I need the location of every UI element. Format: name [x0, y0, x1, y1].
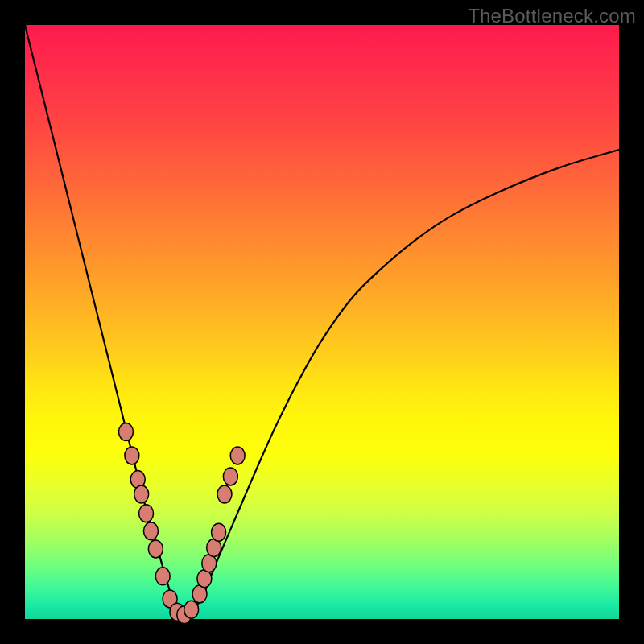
highlight-dot	[184, 601, 199, 618]
bottleneck-curve	[25, 25, 619, 619]
highlight-dot	[139, 505, 154, 522]
highlight-dots-group	[118, 423, 245, 624]
highlight-dot	[148, 540, 163, 558]
highlight-dot	[212, 523, 226, 541]
highlight-dot	[118, 423, 133, 441]
highlight-dot	[223, 468, 237, 485]
chart-frame: TheBottleneck.com	[0, 0, 644, 644]
highlight-dot	[143, 522, 158, 540]
highlight-dot	[230, 447, 245, 464]
chart-svg	[25, 25, 619, 619]
highlight-dot	[134, 485, 149, 503]
watermark-text: TheBottleneck.com	[468, 5, 636, 27]
highlight-dot	[155, 568, 170, 585]
highlight-dot	[217, 485, 232, 503]
highlight-dot	[125, 447, 139, 464]
